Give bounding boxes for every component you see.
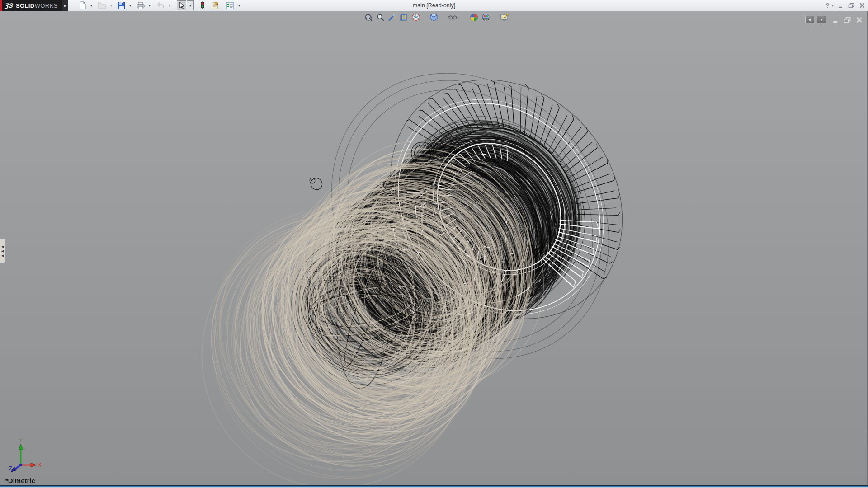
view-settings-icon[interactable] bbox=[500, 13, 509, 22]
pane-left-icon bbox=[807, 18, 812, 22]
collapse-arrow-icon: ◀ bbox=[1, 245, 4, 248]
view-orientation-icon[interactable] bbox=[411, 13, 420, 22]
document-window-controls bbox=[805, 16, 863, 23]
brand-box: ƷS SOLIDWORKS bbox=[2, 0, 62, 11]
window-controls: ? ▾ bbox=[826, 0, 865, 11]
statusbar bbox=[0, 485, 868, 488]
save-dropdown[interactable]: ▾ bbox=[128, 4, 132, 8]
previous-pane-button[interactable] bbox=[805, 16, 814, 23]
hide-show-items-icon[interactable] bbox=[448, 14, 458, 21]
next-pane-button[interactable] bbox=[817, 16, 826, 23]
select-dropdown[interactable]: ▾ bbox=[187, 0, 194, 10]
graphics-area[interactable]: ◀ ◀ ◀ Y X Z *Dimetric bbox=[0, 11, 868, 485]
print-dropdown[interactable]: ▾ bbox=[148, 4, 151, 8]
doc-restore-icon[interactable] bbox=[844, 16, 851, 23]
close-icon[interactable] bbox=[859, 2, 865, 9]
menu-flyout-button[interactable]: ▶ bbox=[62, 0, 68, 11]
open-dropdown[interactable]: ▾ bbox=[109, 4, 113, 8]
collapse-arrow-icon: ◀ bbox=[1, 249, 4, 253]
help-icon[interactable]: ? bbox=[826, 2, 830, 9]
display-style-icon[interactable] bbox=[429, 13, 438, 22]
printer-icon bbox=[137, 2, 145, 9]
page-icon bbox=[79, 1, 86, 9]
selection-filter-button[interactable] bbox=[199, 0, 206, 10]
undo-dropdown[interactable]: ▾ bbox=[168, 4, 171, 8]
flyout-arrow-icon: ▶ bbox=[64, 4, 66, 8]
triad-x-label: X bbox=[38, 462, 42, 468]
orientation-triad: Y X Z bbox=[4, 438, 44, 473]
restore-icon[interactable] bbox=[848, 2, 855, 9]
cursor-icon bbox=[178, 2, 185, 9]
new-document-button[interactable] bbox=[78, 0, 87, 10]
select-button[interactable] bbox=[177, 0, 186, 10]
doc-close-icon[interactable] bbox=[856, 17, 863, 23]
section-view-icon[interactable] bbox=[400, 13, 408, 22]
ds-logo-icon: ƷS bbox=[5, 2, 14, 9]
open-button[interactable] bbox=[97, 0, 107, 10]
edit-appearance-icon[interactable] bbox=[470, 13, 478, 22]
brand-name-light: WORKS bbox=[35, 2, 58, 9]
pane-right-icon bbox=[819, 18, 824, 22]
titlebar: ƷS SOLIDWORKS ▶ ▾ ▾ ▾ bbox=[0, 0, 868, 11]
traffic-light-icon bbox=[200, 1, 205, 9]
folder-icon bbox=[98, 2, 106, 9]
undo-button[interactable] bbox=[155, 0, 165, 10]
save-button[interactable] bbox=[117, 0, 126, 10]
apply-scene-icon[interactable] bbox=[481, 13, 490, 22]
model-wireframe-turbine[interactable] bbox=[0, 11, 867, 485]
solidworks-logo: ƷS SOLIDWORKS ▶ bbox=[0, 0, 68, 11]
previous-view-icon[interactable] bbox=[388, 13, 396, 22]
checklist-button[interactable] bbox=[225, 0, 235, 10]
help-dropdown[interactable]: ▾ bbox=[832, 4, 834, 8]
floppy-icon bbox=[118, 2, 125, 9]
new-dropdown[interactable]: ▾ bbox=[90, 4, 93, 8]
print-button[interactable] bbox=[136, 0, 146, 10]
collapse-arrow-icon: ◀ bbox=[1, 254, 4, 257]
undo-arrow-icon bbox=[156, 2, 165, 9]
zoom-to-fit-icon[interactable] bbox=[364, 13, 373, 22]
minimize-icon[interactable] bbox=[838, 2, 844, 9]
featuremanager-collapsed-tab[interactable]: ◀ ◀ ◀ bbox=[0, 239, 5, 263]
doc-minimize-icon[interactable] bbox=[832, 17, 839, 23]
brand-name-strong: SOLID bbox=[16, 2, 35, 9]
annotation-button[interactable] bbox=[210, 0, 221, 10]
solidworks-window: ƷS SOLIDWORKS ▶ ▾ ▾ ▾ bbox=[0, 0, 868, 488]
zoom-to-area-icon[interactable] bbox=[376, 13, 385, 22]
triad-y-label: Y bbox=[19, 438, 23, 444]
headsup-view-toolbar bbox=[364, 13, 513, 22]
checklist-dropdown[interactable]: ▾ bbox=[237, 4, 241, 8]
view-orientation-label: *Dimetric bbox=[5, 477, 35, 484]
main-toolbar: ▾ ▾ ▾ ▾ ▾ bbox=[78, 0, 245, 11]
checklist-icon bbox=[226, 2, 234, 9]
triad-z-label: Z bbox=[9, 465, 12, 472]
note-hand-icon bbox=[211, 1, 220, 9]
